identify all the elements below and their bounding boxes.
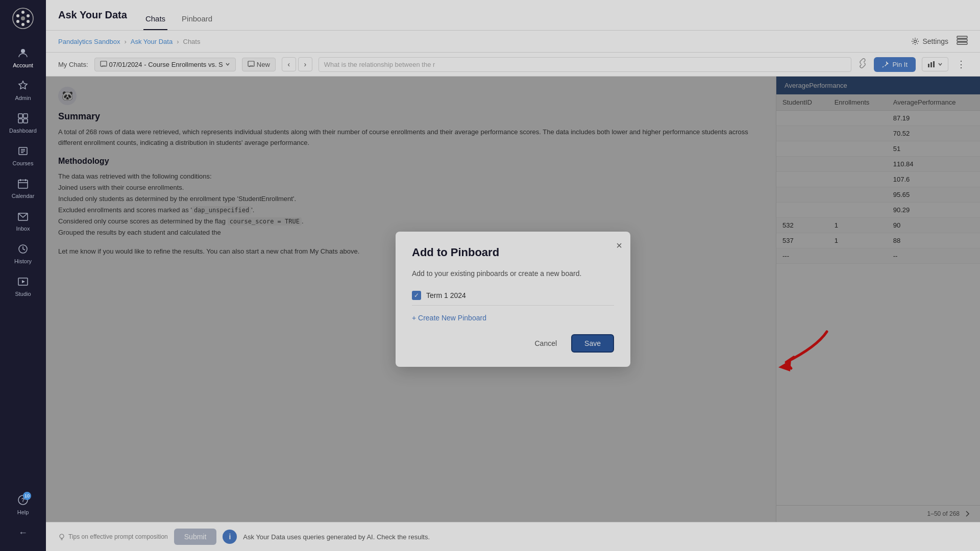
courses-icon <box>16 144 30 158</box>
sidebar-item-label: Studio <box>15 291 31 297</box>
chat-nav-arrows: ‹ › <box>282 57 312 71</box>
account-icon <box>16 46 30 60</box>
svg-point-6 <box>16 14 19 17</box>
sidebar-item-calendar[interactable]: Calendar <box>0 171 46 204</box>
sidebar-item-admin[interactable]: Admin <box>0 73 46 106</box>
history-icon <box>16 242 30 256</box>
submit-button[interactable]: Submit <box>174 529 217 545</box>
svg-point-5 <box>16 20 19 23</box>
top-nav: Ask Your Data Chats Pinboard <box>46 0 980 31</box>
sidebar-item-label: Account <box>13 62 33 68</box>
app-logo[interactable] <box>11 6 35 31</box>
svg-rect-28 <box>957 36 967 38</box>
chart-view-btn[interactable] <box>922 57 948 71</box>
pin-it-button[interactable]: Pin It <box>874 57 916 72</box>
breadcrumb-bar: Pandalytics Sandbox › Ask Your Data › Ch… <box>46 31 980 53</box>
sidebar-item-studio[interactable]: Studio <box>0 269 46 302</box>
svg-rect-12 <box>23 119 28 123</box>
sidebar-item-courses[interactable]: Courses <box>0 139 46 171</box>
svg-marker-37 <box>778 360 791 371</box>
help-icon: ? 10 <box>16 493 30 507</box>
page-title: Ask Your Data <box>58 9 127 21</box>
svg-rect-17 <box>18 180 28 188</box>
breadcrumb: Pandalytics Sandbox › Ask Your Data › Ch… <box>58 38 200 45</box>
svg-marker-24 <box>22 280 25 283</box>
svg-rect-10 <box>23 114 28 118</box>
add-to-pinboard-modal: × Add to Pinboard Add to your existing p… <box>396 232 630 367</box>
link-icon <box>857 58 868 70</box>
sidebar-item-label: Dashboard <box>9 128 37 134</box>
svg-point-38 <box>60 534 64 538</box>
sidebar-item-dashboard[interactable]: Dashboard <box>0 106 46 139</box>
sidebar-item-inbox[interactable]: Inbox <box>0 204 46 237</box>
next-chat-btn[interactable]: › <box>298 57 312 71</box>
modal-actions: Cancel Save <box>412 334 614 353</box>
more-options-btn[interactable]: ⋮ <box>954 57 968 72</box>
sidebar-item-history[interactable]: History <box>0 237 46 269</box>
sidebar-item-help[interactable]: ? 10 Help <box>0 488 46 520</box>
breadcrumb-link-sandbox[interactable]: Pandalytics Sandbox <box>58 38 120 45</box>
breadcrumb-current: Chats <box>183 38 201 45</box>
sidebar-item-label: Calendar <box>12 193 35 199</box>
sidebar-item-label: Admin <box>15 95 31 101</box>
sidebar-collapse-btn[interactable]: ← <box>0 520 46 545</box>
pin-icon <box>882 61 889 68</box>
chat-icon <box>100 61 107 68</box>
svg-point-27 <box>914 40 917 43</box>
sidebar-item-label: Help <box>17 509 29 515</box>
breadcrumb-actions: Settings <box>911 36 968 47</box>
sidebar-item-account[interactable]: Account <box>0 41 46 73</box>
svg-rect-9 <box>18 114 22 118</box>
collapse-icon: ← <box>16 525 30 540</box>
svg-rect-29 <box>957 39 967 41</box>
my-chats-label: My Chats: <box>58 61 88 68</box>
dashboard-icon <box>16 111 30 126</box>
chevron-down-icon <box>225 62 230 67</box>
top-nav-tabs: Chats Pinboard <box>143 0 214 30</box>
sidebar-item-label: Inbox <box>16 226 30 232</box>
new-chat-icon <box>248 61 255 68</box>
table-view-btn[interactable] <box>957 36 968 47</box>
help-badge: 10 <box>23 492 31 500</box>
chat-search-bar[interactable]: What is the relationship between the r <box>318 57 852 72</box>
sidebar-item-label: Courses <box>13 160 34 166</box>
pinboard-name: Term 1 2024 <box>426 291 466 299</box>
svg-point-1 <box>21 11 24 14</box>
create-new-pinboard-btn[interactable]: + Create New Pinboard <box>412 314 614 322</box>
svg-point-3 <box>27 20 30 23</box>
tip-link[interactable]: Tips on effective prompt composition <box>58 533 168 540</box>
sidebar-bottom: ? 10 Help ← <box>0 488 46 545</box>
chat-toolbar: My Chats: 07/01/2024 - Course Enrollment… <box>46 53 980 77</box>
prev-chat-btn[interactable]: ‹ <box>282 57 296 71</box>
calendar-icon <box>16 177 30 191</box>
breadcrumb-link-ayd[interactable]: Ask Your Data <box>131 38 173 45</box>
svg-point-7 <box>21 16 25 20</box>
arrow-annotation <box>725 321 837 383</box>
settings-button[interactable]: Settings <box>911 37 948 45</box>
ai-notice: Ask Your Data uses queries generated by … <box>243 533 968 541</box>
lightbulb-icon <box>58 533 65 540</box>
modal-description: Add to your existing pinboards or create… <box>412 269 614 278</box>
svg-rect-30 <box>957 42 967 44</box>
pin-it-label: Pin It <box>892 61 908 68</box>
svg-rect-35 <box>930 62 932 67</box>
settings-label: Settings <box>922 37 948 45</box>
cancel-button[interactable]: Cancel <box>526 334 565 353</box>
svg-point-4 <box>21 23 24 26</box>
sidebar: Account Admin Dashboard Courses Calendar… <box>0 0 46 551</box>
modal-title: Add to Pinboard <box>412 246 614 259</box>
new-chat-label: New <box>257 61 270 68</box>
svg-rect-36 <box>933 61 935 67</box>
pinboard-checkbox[interactable]: ✓ <box>412 291 421 300</box>
chat-name: 07/01/2024 - Course Enrollments vs. S <box>109 61 223 68</box>
save-button[interactable]: Save <box>571 334 614 353</box>
tab-chats[interactable]: Chats <box>143 14 167 30</box>
modal-close-btn[interactable]: × <box>616 240 622 252</box>
tip-label: Tips on effective prompt composition <box>68 533 168 540</box>
svg-line-33 <box>883 66 884 67</box>
chevron-down-icon <box>938 62 943 67</box>
modal-overlay: × Add to Pinboard Add to your existing p… <box>46 77 980 522</box>
new-chat-btn[interactable]: New <box>242 58 276 71</box>
chat-selector[interactable]: 07/01/2024 - Course Enrollments vs. S <box>94 58 236 71</box>
tab-pinboard[interactable]: Pinboard <box>180 14 214 30</box>
